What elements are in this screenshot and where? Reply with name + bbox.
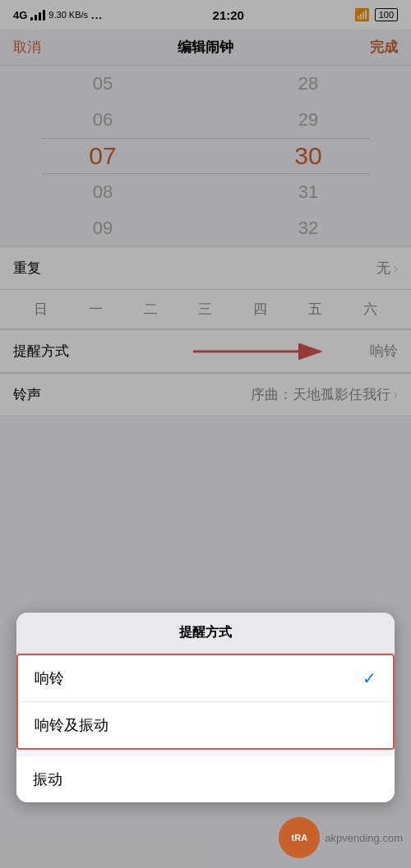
reminder-mode-modal: 提醒方式 响铃 ✓ 响铃及振动 振动 xyxy=(16,613,395,802)
modal-overlay[interactable]: 提醒方式 响铃 ✓ 响铃及振动 振动 xyxy=(0,0,411,868)
selected-options-group: 响铃 ✓ 响铃及振动 xyxy=(16,654,395,750)
modal-body: 响铃 ✓ 响铃及振动 振动 xyxy=(16,654,395,802)
option-ring[interactable]: 响铃 ✓ xyxy=(18,655,393,702)
modal-header: 提醒方式 xyxy=(16,613,395,654)
watermark-site-text: akpvending.com xyxy=(325,832,403,844)
option-ring-vibrate[interactable]: 响铃及振动 xyxy=(18,702,393,748)
watermark: tRA akpvending.com xyxy=(279,817,403,858)
watermark-logo: tRA xyxy=(279,817,320,858)
modal-title: 提醒方式 xyxy=(179,625,232,639)
checkmark-icon: ✓ xyxy=(363,668,376,688)
watermark-logo-text: tRA xyxy=(292,833,308,843)
option-vibrate-label: 振动 xyxy=(33,769,62,789)
option-ring-vibrate-label: 响铃及振动 xyxy=(35,715,109,735)
option-vibrate[interactable]: 振动 xyxy=(16,756,395,802)
modal-divider xyxy=(16,750,395,756)
option-ring-label: 响铃 xyxy=(35,668,64,688)
